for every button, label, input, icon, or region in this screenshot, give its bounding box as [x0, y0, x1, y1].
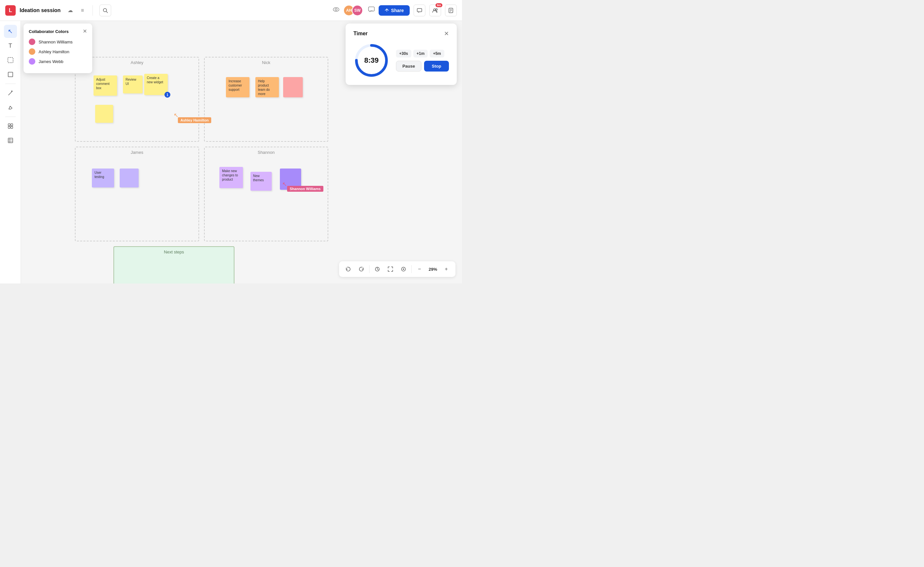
- undo-button[interactable]: [343, 264, 354, 274]
- collab-name-ashley: Ashley Hamilton: [39, 50, 69, 54]
- table-tool-button[interactable]: [4, 134, 17, 147]
- left-toolbar: ↖ T: [0, 21, 21, 284]
- collab-name-james: James Webb: [39, 59, 63, 64]
- cloud-icon[interactable]: ☁: [66, 5, 75, 15]
- stop-button[interactable]: Stop: [424, 61, 449, 72]
- james-frame-label: James: [131, 150, 143, 155]
- svg-rect-18: [11, 126, 13, 128]
- zoom-level-label: 29%: [427, 267, 438, 272]
- ashley-frame-label: Ashley: [131, 60, 143, 65]
- history-button[interactable]: [372, 264, 382, 274]
- timer-plus30s[interactable]: +30s: [396, 50, 411, 57]
- blank-yellow-sticky[interactable]: [95, 105, 113, 123]
- grid-tool-button[interactable]: [4, 120, 17, 133]
- toolbar-separator-2: [5, 117, 16, 117]
- shannon-frame-label: Shannon: [258, 150, 275, 155]
- page-title: Ideation session: [20, 8, 60, 14]
- create-widget-sticky[interactable]: Create a new widget 1: [144, 74, 168, 95]
- svg-point-2: [333, 8, 339, 11]
- shape-tool-button[interactable]: [4, 68, 17, 81]
- timer-panel: Timer ✕ 8:39 +30s +1m +5m Pause Stop: [346, 24, 457, 85]
- ashley-cursor-label: Ashley Hamilton: [178, 117, 211, 123]
- blank-salmon-sticky[interactable]: [283, 77, 303, 98]
- shannon-frame: Shannon Make new changes to product New …: [204, 147, 328, 242]
- collaborator-colors-panel: Collaborator Colors ✕ Shannon Williams A…: [24, 24, 92, 73]
- svg-point-7: [436, 9, 438, 10]
- collab-dot-shannon: [29, 39, 35, 45]
- zoom-out-button[interactable]: −: [414, 264, 425, 274]
- user-testing-sticky[interactable]: User testing: [92, 168, 114, 188]
- collab-dot-james: [29, 58, 35, 64]
- timer-body: 8:39 +30s +1m +5m Pause Stop: [354, 42, 449, 78]
- chat-icon[interactable]: [368, 6, 375, 14]
- collab-panel-close[interactable]: ✕: [83, 29, 87, 34]
- marker-tool-button[interactable]: [4, 101, 17, 114]
- pen-tool-button[interactable]: [4, 87, 17, 100]
- timer-close[interactable]: ✕: [444, 30, 449, 37]
- svg-rect-16: [11, 124, 13, 126]
- share-button[interactable]: Share: [379, 5, 410, 16]
- increase-support-sticky[interactable]: Increase customer support: [226, 77, 250, 98]
- collab-panel-title: Collaborator Colors: [29, 29, 69, 34]
- svg-rect-17: [8, 126, 10, 128]
- timer-controls: +30s +1m +5m Pause Stop: [396, 50, 449, 72]
- collab-item-ashley: Ashley Hamilton: [29, 48, 87, 55]
- help-product-sticky[interactable]: Help product team do more: [255, 77, 279, 98]
- shannon-cursor-label: Shannon Williams: [287, 186, 324, 192]
- bottom-toolbar: − 29% +: [339, 261, 456, 277]
- svg-rect-12: [8, 57, 13, 63]
- svg-rect-13: [8, 72, 13, 77]
- text-tool-button[interactable]: T: [4, 39, 17, 52]
- new-themes-sticky[interactable]: New themes: [250, 172, 272, 191]
- ashley-frame: Ashley Adjust comment box Review UI Crea…: [75, 57, 199, 142]
- svg-rect-19: [8, 138, 13, 143]
- topbar: L Ideation session ☁ ≡ AH SW Share 9m: [0, 0, 462, 21]
- avatar-sw[interactable]: SW: [352, 5, 363, 16]
- topbar-right: AH SW Share 9m: [333, 4, 457, 16]
- pause-button[interactable]: Pause: [396, 61, 421, 72]
- comment-button[interactable]: [414, 4, 425, 16]
- blank-purple-sticky[interactable]: [120, 168, 138, 188]
- svg-rect-15: [8, 124, 10, 126]
- svg-point-3: [335, 9, 337, 10]
- share-icon: [385, 8, 389, 13]
- timer-title: Timer: [354, 31, 367, 37]
- timer-actions: Pause Stop: [396, 61, 449, 72]
- location-button[interactable]: [398, 264, 409, 274]
- people-button[interactable]: 9m: [429, 4, 441, 16]
- frame-tool-button[interactable]: [4, 54, 17, 67]
- toolbar-separator: [5, 84, 16, 84]
- zoom-in-button[interactable]: +: [441, 264, 451, 274]
- fullscreen-button[interactable]: [385, 264, 396, 274]
- timer-time-display: 8:39: [364, 56, 379, 64]
- svg-rect-4: [369, 7, 375, 11]
- timer-plus1m[interactable]: +1m: [413, 50, 428, 57]
- collab-item-shannon: Shannon Williams: [29, 39, 87, 45]
- svg-rect-5: [417, 9, 422, 12]
- svg-point-27: [403, 268, 404, 270]
- notes-button[interactable]: [445, 4, 457, 16]
- badge-count: 9m: [435, 3, 442, 7]
- next-steps-label: Next steps: [164, 249, 184, 254]
- timer-plus5m[interactable]: +5m: [430, 50, 444, 57]
- make-changes-sticky[interactable]: Make new changes to product: [220, 167, 243, 188]
- eye-icon[interactable]: [333, 7, 339, 14]
- review-ui-sticky[interactable]: Review UI: [123, 75, 143, 93]
- collab-dot-ashley: [29, 48, 35, 55]
- select-tool-button[interactable]: ↖: [4, 25, 17, 38]
- collab-panel-header: Collaborator Colors ✕: [29, 29, 87, 34]
- redo-button[interactable]: [356, 264, 367, 274]
- collab-name-shannon: Shannon Williams: [39, 39, 72, 44]
- widget-badge: 1: [164, 92, 170, 98]
- timer-increments: +30s +1m +5m: [396, 50, 449, 57]
- menu-icon[interactable]: ≡: [79, 6, 86, 15]
- search-button[interactable]: [99, 4, 111, 16]
- adjust-comment-sticky[interactable]: Adjust comment box: [93, 75, 117, 96]
- nick-frame-label: Nick: [262, 60, 270, 65]
- app-logo: L: [5, 5, 16, 16]
- bottom-sep-2: [411, 265, 412, 273]
- timer-circle: 8:39: [354, 42, 390, 78]
- svg-line-1: [106, 11, 108, 13]
- james-frame: James User testing: [75, 147, 199, 242]
- timer-header: Timer ✕: [354, 30, 449, 37]
